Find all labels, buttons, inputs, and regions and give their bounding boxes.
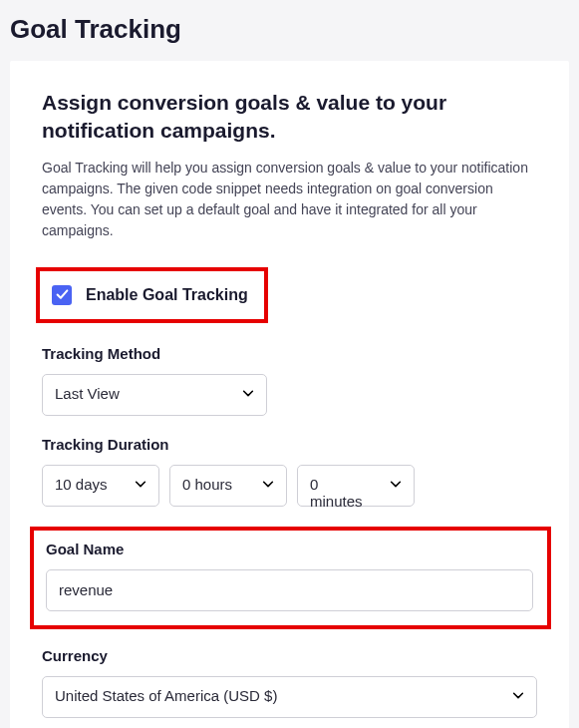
card-heading: Assign conversion goals & value to your … <box>42 89 537 146</box>
card-description: Goal Tracking will help you assign conve… <box>42 158 537 241</box>
enable-highlight-box: Enable Goal Tracking <box>36 267 268 323</box>
check-icon <box>56 288 69 301</box>
duration-hours-select[interactable]: 0 hours <box>169 465 287 507</box>
tracking-duration-group: Tracking Duration 10 days 0 hours 0 minu… <box>42 436 537 507</box>
currency-select[interactable]: United States of America (USD $) <box>42 676 537 718</box>
duration-days-select[interactable]: 10 days <box>42 465 159 507</box>
goal-name-input[interactable] <box>46 569 533 611</box>
duration-minutes-select[interactable]: 0 minutes <box>297 465 415 507</box>
currency-label: Currency <box>42 647 537 664</box>
currency-group: Currency United States of America (USD $… <box>42 647 537 718</box>
tracking-method-label: Tracking Method <box>42 345 537 362</box>
tracking-duration-label: Tracking Duration <box>42 436 537 453</box>
tracking-method-group: Tracking Method Last View <box>42 345 537 416</box>
tracking-method-select[interactable]: Last View <box>42 374 267 416</box>
goal-name-label: Goal Name <box>46 541 533 557</box>
goal-tracking-card: Assign conversion goals & value to your … <box>10 61 569 728</box>
enable-goal-tracking-label: Enable Goal Tracking <box>86 286 248 304</box>
goal-name-highlight-box: Goal Name <box>30 527 551 629</box>
enable-goal-tracking-checkbox[interactable] <box>52 285 72 305</box>
page-title: Goal Tracking <box>0 0 579 55</box>
